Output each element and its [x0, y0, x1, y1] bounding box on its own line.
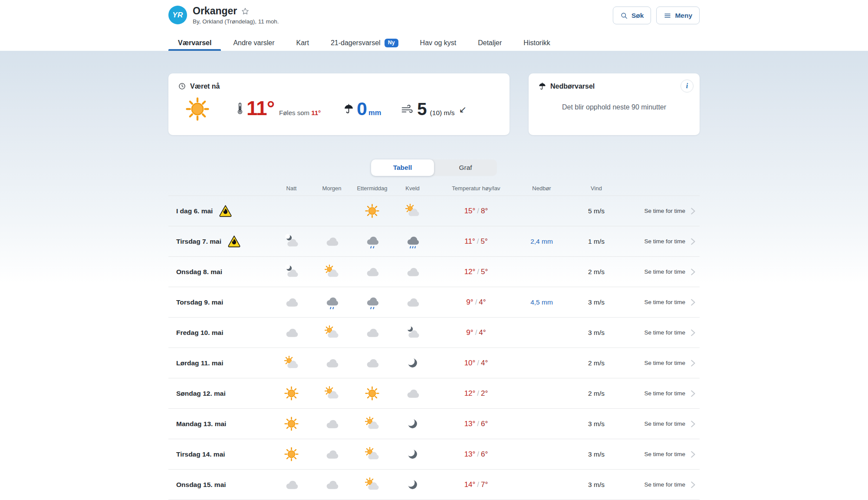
forecast-date: Lørdag 11. mai [168, 359, 271, 367]
nav-tab-v-rvarsel[interactable]: Værvarsel [168, 35, 221, 51]
temperature-high-low: 13°/6° [433, 450, 519, 459]
hour-by-hour-link[interactable]: Se time for time [629, 360, 685, 366]
weather-icon-cell [271, 355, 312, 371]
forecast-row[interactable]: I dag 6. mai15°/8°5 m/sSe time for time [168, 196, 700, 226]
wind-speed: 1 m/s [564, 238, 629, 245]
chevron-right-icon[interactable] [688, 389, 697, 398]
column-header-kveld: Kveld [392, 185, 433, 192]
now-card-title: Været nå [190, 83, 220, 90]
forecast-row[interactable]: Torsdag 9. mai9°/4°4,5 mm3 m/sSe time fo… [168, 287, 700, 318]
forecast-row[interactable]: Lørdag 11. mai10°/4°2 m/sSe time for tim… [168, 348, 700, 378]
hour-by-hour-link[interactable]: Se time for time [629, 299, 685, 305]
weather-icon-cell [392, 355, 433, 371]
hour-by-hour-link[interactable]: Se time for time [629, 390, 685, 397]
temp-slash: / [473, 298, 479, 306]
nav-tab-label: Kart [296, 39, 309, 47]
place-header: YR Orkanger By, Orkland (Trøndelag), 11 … [168, 5, 279, 25]
precipitation-forecast-card: Nedbørvarsel i Det blir opphold neste 90… [529, 73, 700, 135]
info-button[interactable]: i [681, 79, 694, 93]
nav-tab-21-dagersvarsel[interactable]: 21-dagersvarselNy [321, 35, 408, 51]
nav-tab-andre-varsler[interactable]: Andre varsler [224, 35, 284, 51]
temperature-high-low: 15°/8° [433, 207, 519, 215]
forecast-table-header: NattMorgenEttermiddagKveldTemperatur høy… [168, 181, 700, 196]
forecast-row[interactable]: Tirsdag 7. mai11°/5°2,4 mm1 m/sSe time f… [168, 226, 700, 257]
chevron-right-icon[interactable] [688, 358, 697, 368]
hour-by-hour-link[interactable]: Se time for time [629, 268, 685, 275]
temp-high: 11° [464, 237, 475, 245]
favorite-star-icon[interactable] [241, 7, 250, 16]
hour-by-hour-link[interactable]: Se time for time [629, 481, 685, 488]
hour-by-hour-link[interactable]: Se time for time [629, 329, 685, 336]
yr-logo[interactable]: YR [168, 6, 187, 24]
weather-icon-cell [271, 264, 312, 279]
sun-icon [365, 386, 380, 401]
weather-icon-cell [271, 234, 312, 249]
hour-by-hour-link[interactable]: Se time for time [629, 421, 685, 427]
hour-by-hour-link[interactable]: Se time for time [629, 208, 685, 214]
forecast-date: Fredag 10. mai [168, 329, 271, 337]
weather-icon-cell [312, 295, 352, 310]
nav-tab-hav-og-kyst[interactable]: Hav og kyst [411, 35, 466, 51]
forecast-row[interactable]: Fredag 10. mai9°/4°3 m/sSe time for time [168, 318, 700, 348]
chevron-right-icon[interactable] [688, 267, 697, 277]
forecast-date-label: Onsdag 8. mai [176, 268, 222, 276]
nav-tab-detaljer[interactable]: Detaljer [468, 35, 511, 51]
forecast-date-label: I dag 6. mai [176, 207, 213, 215]
temp-low: 5° [481, 268, 488, 276]
cloud-icon [284, 325, 299, 340]
temp-slash: / [475, 480, 481, 489]
forecast-row[interactable]: Tirsdag 14. mai13°/6°3 m/sSe time for ti… [168, 439, 700, 470]
weather-icon-cell [312, 234, 352, 249]
temp-slash: / [475, 359, 481, 367]
wind-speed: 2 m/s [564, 359, 629, 367]
temp-high: 12° [464, 268, 476, 276]
chevron-right-icon[interactable] [688, 237, 697, 246]
sun-cloud-icon [365, 477, 380, 492]
temp-slash: / [475, 450, 481, 458]
wind-speed: 2 m/s [564, 268, 629, 276]
feels-like: Føles som 11° [279, 109, 321, 116]
temp-low: 5° [480, 237, 487, 245]
weather-icon-cell [312, 264, 352, 279]
current-precipitation: 0 [357, 98, 367, 119]
chevron-right-icon[interactable] [688, 298, 697, 307]
fire-warning-icon[interactable] [219, 204, 232, 218]
temp-low: 4° [479, 298, 486, 306]
rain-light-icon [365, 295, 380, 310]
nav-tab-historikk[interactable]: Historikk [514, 35, 559, 51]
wind-gust-detail: (10) m/s [430, 109, 455, 117]
nav-tab-kart[interactable]: Kart [287, 35, 319, 51]
chevron-right-icon[interactable] [688, 206, 697, 216]
forecast-row[interactable]: Mandag 13. mai13°/6°3 m/sSe time for tim… [168, 409, 700, 439]
top-actions: Søk Meny [613, 7, 700, 24]
hour-by-hour-link[interactable]: Se time for time [629, 238, 685, 245]
cloud-icon [405, 295, 420, 310]
chevron-right-icon[interactable] [688, 480, 697, 490]
toggle-graf[interactable]: Graf [434, 159, 497, 176]
forecast-row[interactable]: Onsdag 8. mai12°/5°2 m/sSe time for time [168, 257, 700, 287]
temp-low: 6° [481, 420, 488, 428]
toggle-tabell[interactable]: Tabell [371, 159, 434, 176]
temp-low: 6° [481, 450, 488, 458]
chevron-right-icon[interactable] [688, 419, 697, 429]
forecast-row[interactable]: Onsdag 15. mai14°/7°3 m/sSe time for tim… [168, 470, 700, 500]
current-weather-card: Været nå 11° Føles som 11° 0 [168, 73, 510, 135]
precipitation-group: 0 mm [343, 98, 381, 119]
forecast-date-label: Mandag 13. mai [176, 420, 226, 428]
summary-cards: Været nå 11° Føles som 11° 0 [168, 51, 700, 135]
hour-by-hour-link[interactable]: Se time for time [629, 451, 685, 457]
chevron-right-icon[interactable] [688, 328, 697, 338]
wind-speed: 5 m/s [564, 207, 629, 215]
sun-icon [284, 447, 299, 462]
search-button[interactable]: Søk [613, 7, 651, 24]
forecast-date-label: Søndag 12. mai [176, 390, 226, 397]
precipitation-amount: 2,4 mm [519, 238, 564, 245]
forecast-row[interactable]: Søndag 12. mai12°/2°2 m/sSe time for tim… [168, 378, 700, 409]
chevron-right-icon[interactable] [688, 450, 697, 459]
menu-button-label: Meny [675, 12, 692, 20]
temp-high: 15° [464, 207, 476, 215]
menu-button[interactable]: Meny [656, 7, 700, 24]
content-background: Været nå 11° Føles som 11° 0 [0, 51, 868, 499]
cloud-icon [324, 234, 339, 249]
fire-warning-icon[interactable] [227, 235, 241, 248]
